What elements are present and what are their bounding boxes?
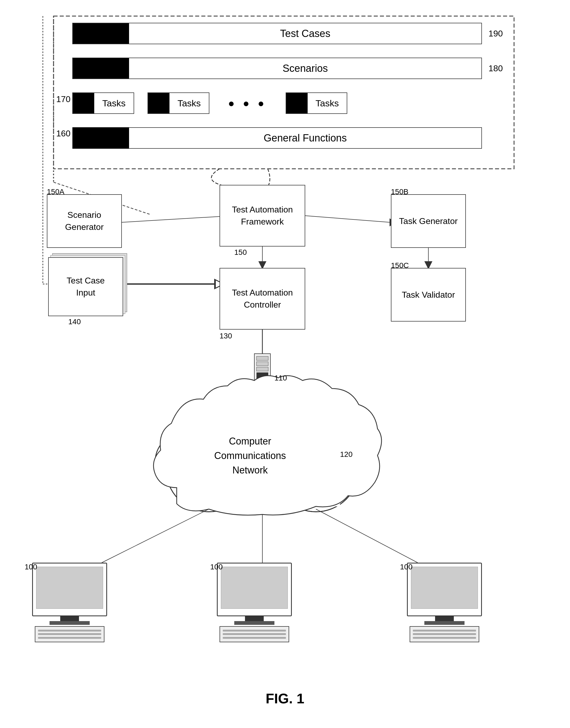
svg-line-11 bbox=[305, 216, 391, 222]
task-generator-label: Task Generator bbox=[399, 215, 458, 227]
general-functions-number-label: 160 bbox=[56, 129, 70, 139]
svg-point-42 bbox=[316, 434, 369, 488]
svg-point-30 bbox=[316, 434, 369, 488]
svg-line-9 bbox=[120, 216, 233, 222]
svg-line-33 bbox=[102, 509, 209, 563]
svg-rect-20 bbox=[257, 362, 268, 366]
test-case-input-number: 140 bbox=[68, 318, 81, 326]
task-validator-label: Task Validator bbox=[402, 289, 455, 301]
network-label: ComputerCommunicationsNetwork bbox=[214, 436, 286, 476]
figure-label: FIG. 1 bbox=[266, 691, 304, 707]
test-case-input-box: Test CaseInput bbox=[48, 257, 123, 316]
computer-middle-label: 100 bbox=[210, 563, 223, 571]
scenario-generator-label: Scenario Generator bbox=[47, 209, 121, 233]
svg-point-29 bbox=[155, 434, 209, 488]
svg-point-41 bbox=[155, 434, 209, 488]
svg-rect-21 bbox=[257, 367, 268, 371]
taf-number: 150 bbox=[234, 248, 247, 257]
tasks-number-label: 170 bbox=[56, 94, 70, 104]
svg-rect-19 bbox=[257, 356, 268, 360]
tasks-label-1: Tasks bbox=[94, 98, 133, 109]
connector-number: 110 bbox=[274, 374, 287, 382]
scenarios-bar: Scenarios 180 bbox=[72, 58, 482, 79]
svg-line-35 bbox=[316, 509, 418, 563]
tac-label: Test Automation Controller bbox=[220, 287, 305, 311]
tasks-label-2: Tasks bbox=[170, 98, 209, 109]
general-functions-bar: General Functions bbox=[72, 127, 482, 149]
computer-right-label: 100 bbox=[400, 563, 412, 571]
scenario-generator-box: Scenario Generator bbox=[47, 194, 122, 248]
tasks-dots: ● ● ● bbox=[228, 97, 267, 109]
scenarios-label: Scenarios bbox=[129, 63, 481, 74]
taf-label: Test Automation Framework bbox=[220, 204, 305, 228]
svg-rect-18 bbox=[254, 354, 270, 380]
test-cases-bar: Test Cases 190 bbox=[72, 23, 482, 44]
task-generator-box: Task Generator bbox=[391, 194, 466, 248]
tasks-label-3: Tasks bbox=[308, 98, 347, 109]
tac-box: Test Automation Controller bbox=[220, 268, 305, 330]
test-case-input-label: Test CaseInput bbox=[67, 275, 105, 299]
test-cases-number: 190 bbox=[489, 29, 503, 39]
general-functions-label: General Functions bbox=[129, 132, 481, 144]
network-number: 120 bbox=[340, 450, 353, 459]
cloud-label: ComputerCommunicationsNetwork bbox=[214, 434, 286, 478]
scenarios-number: 180 bbox=[489, 63, 503, 73]
taf-box: Test Automation Framework bbox=[220, 185, 305, 246]
tasks-row: Tasks Tasks ● ● ● Tasks bbox=[72, 93, 482, 114]
computer-left-label: 100 bbox=[25, 563, 37, 571]
svg-rect-22 bbox=[257, 372, 268, 380]
test-cases-label: Test Cases bbox=[129, 28, 481, 39]
computer-middle bbox=[217, 563, 292, 642]
computer-left bbox=[32, 563, 107, 642]
tac-number: 130 bbox=[220, 332, 232, 340]
task-validator-box: Task Validator bbox=[391, 268, 466, 322]
diagram: Test Cases 190 Scenarios 180 170 Tasks T… bbox=[0, 0, 570, 728]
computer-right bbox=[407, 563, 482, 642]
